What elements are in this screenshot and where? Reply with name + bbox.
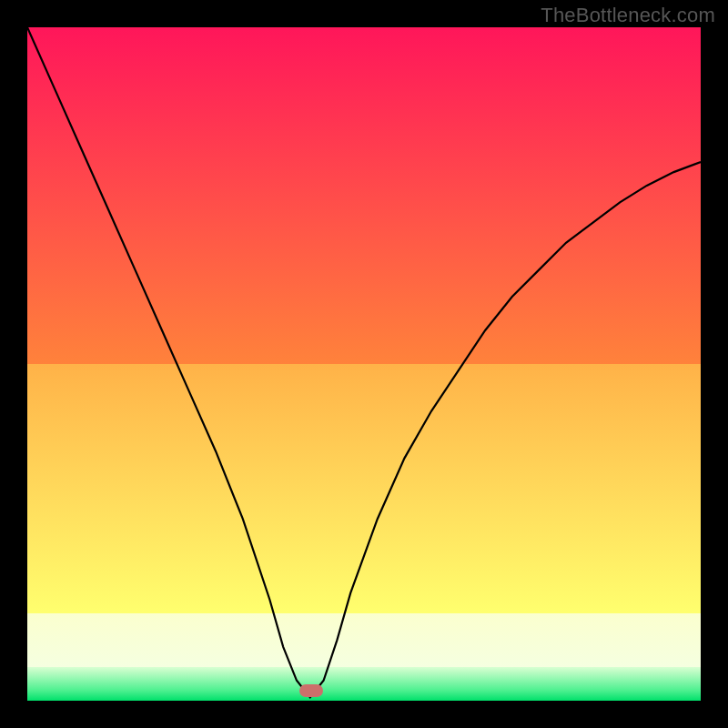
optimum-marker: [299, 684, 323, 697]
chart-svg: [27, 27, 701, 701]
watermark-text: TheBottleneck.com: [541, 4, 715, 27]
gradient-rect: [27, 27, 701, 701]
plot-area: [27, 27, 701, 701]
chart-container: TheBottleneck.com: [0, 0, 728, 728]
